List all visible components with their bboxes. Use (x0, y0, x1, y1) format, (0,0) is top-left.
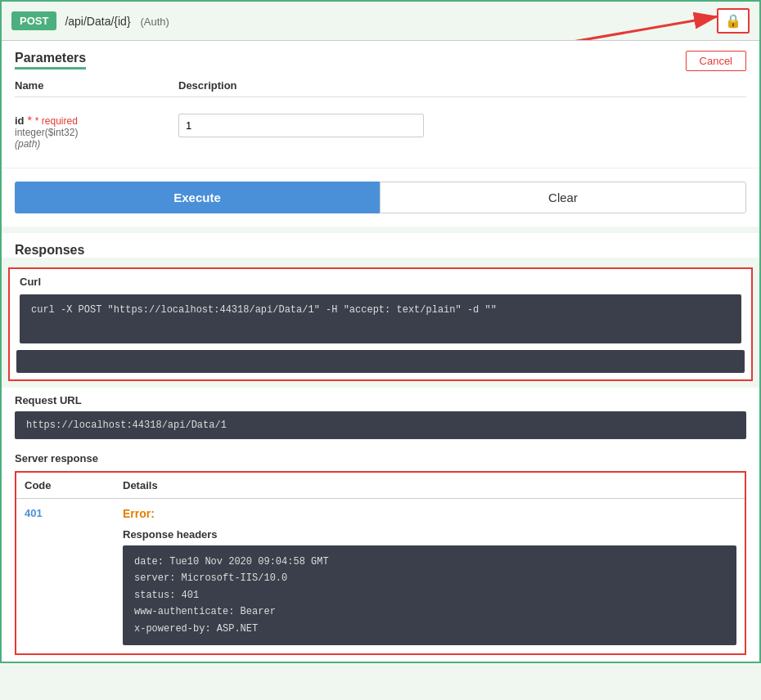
params-table: Name Description id * * required integer… (15, 79, 746, 158)
params-header: Name Description (15, 79, 746, 97)
col-name-header: Name (15, 79, 178, 92)
param-id-input[interactable] (178, 114, 424, 137)
endpoint-text: /api/Data/{id} (65, 15, 130, 28)
url-box: https://localhost:44318/api/Data/1 (15, 411, 746, 439)
responses-section: Responses (2, 233, 759, 258)
required-text: * required (35, 115, 78, 127)
response-table: Code Details 401 Error: Response headers… (15, 471, 746, 655)
header-bar: POST /api/Data/{id} (Auth) 🔒 (2, 2, 759, 40)
param-name-cell: id * * required integer($int32) (path) (15, 114, 178, 150)
param-name-line: id * * required (15, 114, 178, 127)
response-code-cell: 401 (25, 507, 123, 519)
auth-label: (Auth) (140, 16, 169, 28)
execute-button[interactable]: Execute (15, 182, 380, 213)
request-url-section: Request URL https://localhost:44318/api/… (2, 388, 759, 446)
response-headers-box: date: Tue10 Nov 2020 09:04:58 GMT server… (123, 545, 736, 645)
curl-code-box: curl -X POST "https://localhost:44318/ap… (20, 294, 741, 343)
server-response-section: Server response Code Details 401 Error: … (2, 446, 759, 662)
param-location: (path) (15, 138, 178, 150)
lock-button[interactable]: 🔒 (717, 8, 750, 34)
param-desc-cell (178, 114, 746, 137)
response-details-cell: Error: Response headers date: Tue10 Nov … (123, 507, 736, 645)
clear-button[interactable]: Clear (380, 182, 746, 213)
param-type: integer($int32) (15, 127, 178, 138)
col-description-header: Description (178, 79, 746, 92)
error-text: Error: (123, 507, 736, 520)
param-name: id (15, 114, 25, 127)
responses-title: Responses (15, 243, 746, 258)
param-row: id * * required integer($int32) (path) (15, 105, 746, 158)
response-header-row: Code Details (16, 473, 745, 499)
main-container: POST /api/Data/{id} (Auth) 🔒 Parameters … (0, 0, 761, 663)
cancel-button[interactable]: Cancel (686, 51, 746, 71)
action-buttons: Execute Clear (2, 168, 759, 227)
server-response-label: Server response (15, 452, 746, 464)
curl-label: Curl (10, 269, 751, 291)
lock-icon: 🔒 (725, 14, 741, 28)
response-headers-label: Response headers (123, 528, 736, 541)
response-col-code-header: Code (25, 479, 123, 491)
header-wrapper: POST /api/Data/{id} (Auth) 🔒 (2, 2, 759, 40)
endpoint-path: /api/Data/{id} (Auth) (65, 15, 717, 28)
response-headers-pre: date: Tue10 Nov 2020 09:04:58 GMT server… (134, 554, 725, 637)
request-url-label: Request URL (15, 394, 746, 406)
parameters-section: Parameters Cancel Name Description id * … (2, 40, 759, 168)
copy-bar (16, 350, 745, 373)
response-col-details-header: Details (123, 479, 736, 491)
required-star: * (27, 114, 31, 127)
curl-container: Curl curl -X POST "https://localhost:443… (8, 267, 753, 381)
parameters-title: Parameters (15, 51, 86, 70)
method-badge: POST (11, 11, 56, 30)
response-data-row: 401 Error: Response headers date: Tue10 … (16, 499, 745, 653)
